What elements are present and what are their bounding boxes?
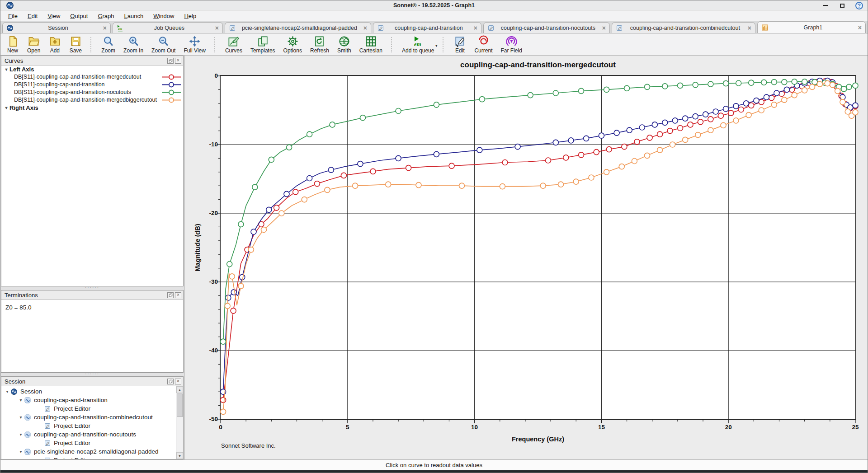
data-point-marker[interactable] — [736, 80, 741, 86]
data-point-marker[interactable] — [652, 122, 657, 127]
close-panel-icon[interactable]: × — [175, 292, 181, 298]
data-point-marker[interactable] — [459, 183, 465, 188]
data-point-marker[interactable] — [353, 183, 358, 188]
data-point-marker[interactable] — [733, 103, 739, 109]
data-point-marker[interactable] — [515, 144, 520, 150]
tab-close-icon[interactable]: × — [474, 24, 477, 32]
tab-graph1[interactable]: Graph1× — [757, 21, 866, 33]
data-point-marker[interactable] — [708, 117, 713, 122]
tab-pcie-singlelane-nocap2-smalldiagonal-padded[interactable]: pcie-singlelane-nocap2-smalldiagonal-pad… — [225, 22, 371, 33]
options-button[interactable]: Options — [279, 35, 306, 54]
data-point-marker[interactable] — [594, 150, 599, 155]
data-point-marker[interactable] — [662, 120, 668, 125]
tab-close-icon[interactable]: × — [602, 24, 606, 32]
data-point-marker[interactable] — [619, 164, 624, 169]
data-point-marker[interactable] — [606, 147, 612, 152]
data-point-marker[interactable] — [396, 155, 401, 161]
project-node[interactable]: ▾pcie-singlelane-nocap2-smalldiagonal-pa… — [1, 447, 183, 456]
curve-db-s11-coupling-cap-and-transition-nocutouts[interactable] — [221, 79, 858, 344]
data-point-marker[interactable] — [386, 182, 391, 187]
data-point-marker[interactable] — [645, 153, 650, 158]
curve-line[interactable] — [223, 81, 855, 392]
far-field-button[interactable]: Far Field — [496, 35, 526, 54]
scroll-down-icon[interactable]: ▼ — [176, 452, 183, 459]
cartesian-button[interactable]: Cartesian — [355, 35, 387, 54]
dock-splitter[interactable]: ······ — [0, 286, 184, 290]
data-point-marker[interactable] — [449, 163, 454, 169]
curve-db-s11-coupling-cap-and-transition[interactable] — [221, 78, 858, 395]
data-point-marker[interactable] — [330, 122, 335, 127]
data-point-marker[interactable] — [266, 207, 272, 212]
data-point-marker[interactable] — [672, 118, 678, 123]
data-point-marker[interactable] — [759, 108, 764, 113]
data-point-marker[interactable] — [479, 97, 485, 102]
data-point-marker[interactable] — [477, 147, 482, 153]
data-point-marker[interactable] — [599, 133, 604, 138]
data-point-marker[interactable] — [761, 80, 767, 85]
data-point-marker[interactable] — [622, 144, 627, 150]
data-point-marker[interactable] — [645, 84, 650, 89]
data-point-marker[interactable] — [713, 109, 718, 114]
maximize-button[interactable] — [839, 2, 846, 9]
collapse-triangle-icon[interactable]: ▾ — [3, 105, 9, 110]
menu-graph[interactable]: Graph — [93, 12, 119, 20]
data-point-marker[interactable] — [358, 161, 363, 167]
data-point-marker[interactable] — [662, 84, 668, 89]
data-point-marker[interactable] — [604, 87, 609, 92]
data-point-marker[interactable] — [840, 99, 845, 105]
menu-launch[interactable]: Launch — [119, 12, 149, 20]
project-editor-node[interactable]: Project Editor — [1, 439, 183, 447]
data-point-marker[interactable] — [695, 132, 701, 138]
data-point-marker[interactable] — [284, 191, 289, 197]
curve-legend-item[interactable]: DB[S11]-coupling-cap-and-transition-merg… — [1, 96, 183, 104]
data-point-marker[interactable] — [563, 155, 569, 160]
data-point-marker[interactable] — [792, 93, 797, 98]
scroll-up-icon[interactable]: ▲ — [176, 386, 183, 393]
current-button[interactable]: Current — [470, 35, 496, 54]
dock-splitter[interactable]: ······ — [0, 373, 184, 376]
data-point-marker[interactable] — [698, 119, 703, 125]
data-point-marker[interactable] — [784, 87, 789, 92]
tab-close-icon[interactable]: × — [215, 24, 219, 32]
data-point-marker[interactable] — [553, 140, 558, 145]
data-point-marker[interactable] — [604, 169, 609, 175]
refresh-button[interactable]: Refresh — [306, 35, 333, 54]
zoom-in-button[interactable]: Zoom In — [119, 35, 147, 54]
data-point-marker[interactable] — [221, 339, 226, 344]
collapse-triangle-icon[interactable]: ▾ — [18, 432, 24, 437]
open-button[interactable]: Open — [23, 35, 44, 54]
add-to-queue-button[interactable]: emAdd to queue▾ — [398, 35, 438, 54]
data-point-marker[interactable] — [231, 290, 236, 295]
minimize-button[interactable] — [821, 2, 829, 9]
data-point-marker[interactable] — [553, 90, 558, 96]
data-point-marker[interactable] — [274, 205, 279, 211]
data-point-marker[interactable] — [229, 274, 235, 279]
tab-close-icon[interactable]: × — [363, 24, 367, 32]
data-point-marker[interactable] — [341, 173, 346, 178]
data-point-marker[interactable] — [302, 197, 307, 202]
data-point-marker[interactable] — [406, 165, 411, 171]
data-point-marker[interactable] — [841, 86, 847, 92]
data-point-marker[interactable] — [657, 147, 663, 153]
tab-coupling-cap-and-transition-nocutouts[interactable]: coupling-cap-and-transition-nocutouts× — [483, 22, 610, 33]
full-view-button[interactable]: Full View — [179, 35, 209, 54]
data-point-marker[interactable] — [634, 139, 640, 145]
project-editor-node[interactable]: Project Editor — [1, 456, 183, 459]
close-panel-icon[interactable]: × — [175, 58, 181, 64]
data-point-marker[interactable] — [434, 151, 439, 157]
data-point-marker[interactable] — [238, 283, 244, 289]
plot-area[interactable] — [220, 75, 856, 420]
data-point-marker[interactable] — [802, 88, 807, 93]
data-point-marker[interactable] — [396, 108, 401, 114]
zoom-out-button[interactable]: Zoom Out — [147, 35, 179, 54]
data-point-marker[interactable] — [759, 99, 764, 105]
data-point-marker[interactable] — [238, 221, 244, 227]
float-panel-icon[interactable] — [167, 58, 174, 64]
data-point-marker[interactable] — [708, 81, 713, 87]
data-point-marker[interactable] — [328, 167, 334, 173]
data-point-marker[interactable] — [667, 128, 673, 134]
curve-line[interactable] — [223, 81, 855, 400]
data-point-marker[interactable] — [708, 127, 713, 133]
data-point-marker[interactable] — [782, 80, 787, 85]
data-point-marker[interactable] — [558, 182, 564, 187]
